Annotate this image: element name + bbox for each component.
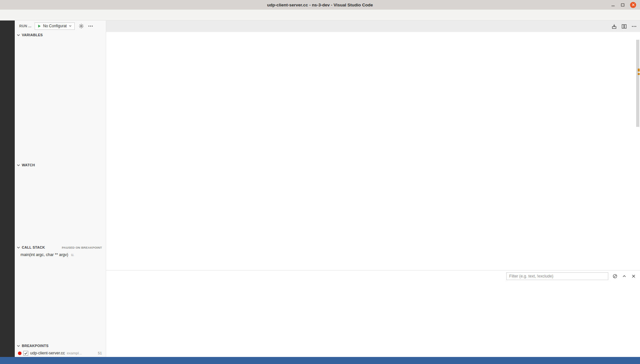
pause-reason-badge: PAUSED ON BREAKPOINT — [62, 246, 106, 249]
section-breakpoints-label: BREAKPOINTS — [22, 344, 48, 348]
editor-scrollbar[interactable] — [636, 40, 640, 270]
variables-tree — [15, 38, 106, 161]
chevron-down-icon — [16, 163, 21, 168]
close-panel-icon[interactable] — [631, 274, 636, 279]
stack-frame-detail: u. — [71, 252, 74, 257]
bottom-panel — [106, 270, 640, 357]
chevron-down-icon — [16, 343, 21, 348]
chevron-down-icon — [16, 33, 21, 37]
debug-console-output[interactable] — [106, 282, 640, 357]
section-watch-label: WATCH — [22, 163, 35, 167]
run-label: RUN ... — [19, 24, 31, 28]
code-editor[interactable] — [106, 40, 597, 270]
split-editor-icon[interactable] — [621, 24, 627, 29]
overview-ruler-mark — [638, 69, 640, 71]
start-debug-icon[interactable] — [37, 24, 41, 28]
maximize-panel-icon[interactable] — [622, 274, 627, 279]
debug-sidebar: RUN ... No Configurat VARIABLES WATCH CA… — [15, 21, 106, 357]
breakpoint-line: 51 — [98, 351, 102, 355]
breakpoint-dot-icon — [18, 352, 21, 355]
minimap[interactable] — [597, 40, 636, 270]
section-variables[interactable]: VARIABLES — [15, 31, 106, 38]
editor-group — [106, 21, 640, 357]
editor-actions — [611, 21, 637, 32]
stack-frame[interactable]: main(int argc, char ** argv) u. — [15, 251, 106, 259]
workbench: RUN ... No Configurat VARIABLES WATCH CA… — [0, 21, 640, 357]
activity-bar — [0, 21, 15, 357]
breakpoint-path: exampl... — [67, 351, 82, 355]
panel-actions — [506, 272, 636, 280]
clear-console-icon[interactable] — [612, 274, 618, 279]
more-actions-icon[interactable] — [631, 24, 637, 29]
breakpoint-file: udp-client-server.cc — [30, 351, 65, 355]
stack-frame-label: main(int argc, char ** argv) — [21, 252, 68, 257]
watch-body — [15, 169, 106, 244]
editor-body — [106, 40, 640, 270]
scrollbar-thumb[interactable] — [636, 40, 639, 127]
panel-header — [106, 270, 640, 282]
close-icon[interactable] — [630, 2, 636, 8]
restore-icon[interactable] — [620, 3, 625, 7]
console-filter-input[interactable] — [506, 272, 608, 280]
breadcrumb[interactable] — [106, 32, 640, 40]
run-and-debug-header: RUN ... No Configurat — [15, 21, 106, 31]
sidebar-spacer — [15, 259, 106, 342]
overview-ruler-mark — [638, 73, 640, 75]
window-controls — [611, 2, 640, 8]
open-changes-icon[interactable] — [611, 24, 617, 29]
section-call-stack[interactable]: CALL STACK PAUSED ON BREAKPOINT — [15, 244, 106, 251]
menu-bar — [0, 10, 640, 21]
breakpoint-item[interactable]: udp-client-server.cc exampl... 51 — [15, 349, 106, 357]
editor-tab-bar — [106, 21, 640, 32]
window-title: udp-client-server.cc - ns-3-dev - Visual… — [0, 3, 640, 7]
chevron-down-icon — [16, 245, 21, 250]
titlebar: udp-client-server.cc - ns-3-dev - Visual… — [0, 0, 640, 10]
launch-config-select[interactable]: No Configurat — [35, 22, 75, 30]
section-variables-label: VARIABLES — [22, 33, 43, 37]
gear-icon[interactable] — [79, 23, 84, 29]
launch-config-value: No Configurat — [43, 24, 67, 28]
status-bar — [0, 357, 640, 364]
minimize-icon[interactable] — [611, 3, 615, 7]
section-watch[interactable]: WATCH — [15, 161, 106, 169]
breakpoint-checkbox[interactable] — [23, 351, 28, 356]
chevron-down-icon — [68, 24, 72, 28]
section-breakpoints[interactable]: BREAKPOINTS — [15, 342, 106, 349]
more-actions-icon[interactable] — [88, 23, 93, 29]
section-call-stack-label: CALL STACK — [22, 245, 45, 249]
